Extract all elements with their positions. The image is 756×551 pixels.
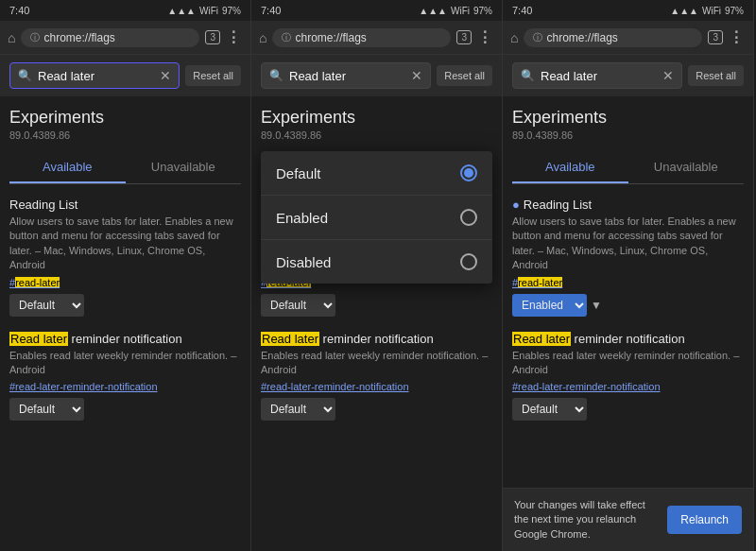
dropdown-enabled-2[interactable]: Enabled (261, 196, 492, 240)
dropdown-default-2[interactable]: Default (261, 151, 492, 196)
exp-title-reminder-1: Read later reminder notification (9, 332, 241, 346)
search-clear-3[interactable]: ✕ (662, 68, 674, 83)
exp-link-reading-list-3[interactable]: #read-later (512, 277, 744, 288)
version-1: 89.0.4389.86 (9, 129, 241, 141)
exp-select-reminder-3[interactable]: Default Enabled Disabled (512, 398, 587, 421)
exp-title-reminder-3: Read later reminder notification (512, 332, 744, 346)
tabs-3: Available Unavailable (512, 152, 744, 184)
exp-link-reminder-1[interactable]: #read-later-reminder-notification (9, 381, 241, 392)
exp-desc-reminder-1: Enables read later weekly reminder notif… (9, 349, 241, 378)
url-text-2: chrome://flags (295, 31, 366, 44)
radio-disabled-2 (460, 253, 477, 270)
reset-all-btn-3[interactable]: Reset all (688, 65, 744, 86)
search-input-wrap-2: 🔍 Read later ✕ (261, 62, 431, 89)
exp-title-reading-list-1: Reading List (9, 198, 241, 212)
search-value-3: Read later (541, 69, 657, 83)
wifi-icon-1: WiFi (199, 6, 218, 16)
exp-select-reading-list-3[interactable]: Default Enabled Disabled (512, 294, 587, 317)
reset-all-btn-2[interactable]: Reset all (437, 65, 492, 86)
search-input-wrap-3: 🔍 Read later ✕ (512, 62, 682, 89)
search-bar-2: 🔍 Read later ✕ Reset all (251, 55, 502, 96)
search-icon-2: 🔍 (269, 69, 284, 82)
tab-unavailable-1[interactable]: Unavailable (126, 152, 242, 183)
panel-3: 7:40 ▲▲▲ WiFi 97% ⌂ ⓘ chrome://flags 3 ⋮… (503, 0, 754, 551)
exp-reminder-3: Read later reminder notification Enables… (512, 332, 744, 422)
reset-all-btn-1[interactable]: Reset all (185, 65, 241, 86)
exp-reading-list-3: ●Reading List Allow users to save tabs f… (512, 198, 744, 317)
exp-select-reminder-1[interactable]: Default Enabled Disabled (9, 398, 84, 421)
url-bar-1[interactable]: ⓘ chrome://flags (21, 28, 199, 47)
tab-available-1[interactable]: Available (9, 152, 126, 183)
exp-select-wrap-reminder-2: Default Enabled Disabled (261, 398, 335, 421)
exp-reminder-1: Read later reminder notification Enables… (9, 332, 241, 422)
radio-enabled-2 (460, 209, 477, 226)
tab-count-3[interactable]: 3 (708, 30, 723, 44)
tab-unavailable-3[interactable]: Unavailable (628, 152, 745, 183)
content-3: Experiments 89.0.4389.86 Available Unava… (503, 96, 753, 488)
lock-icon-1: ⓘ (30, 31, 40, 44)
dropdown-disabled-label-2: Disabled (276, 254, 331, 270)
search-value-1: Read later (38, 69, 154, 83)
signal-icon-3: ▲▲▲ (670, 6, 698, 16)
exp-link-reading-list-1[interactable]: #read-later (9, 277, 241, 288)
exp-select-wrap-reminder-1: Default Enabled Disabled (9, 398, 84, 421)
tab-count-2[interactable]: 3 (456, 30, 472, 44)
address-bar-2: ⌂ ⓘ chrome://flags 3 ⋮ (251, 21, 502, 55)
dropdown-disabled-2[interactable]: Disabled (261, 240, 492, 284)
panel-2: 7:40 ▲▲▲ WiFi 97% ⌂ ⓘ chrome://flags 3 ⋮… (251, 0, 503, 551)
search-clear-2[interactable]: ✕ (411, 68, 422, 83)
url-bar-3[interactable]: ⓘ chrome://flags (524, 28, 702, 47)
radio-default-2 (460, 164, 477, 181)
tab-available-3[interactable]: Available (512, 152, 628, 183)
address-bar-1: ⌂ ⓘ chrome://flags 3 ⋮ (0, 21, 250, 55)
signal-icon-1: ▲▲▲ (167, 6, 196, 16)
exp-select-reminder-2[interactable]: Default Enabled Disabled (261, 398, 335, 421)
exp-select-reading-list-2[interactable]: Default Enabled Disabled (261, 294, 335, 317)
menu-icon-2[interactable]: ⋮ (477, 28, 494, 46)
exp-select-reading-list-1[interactable]: Default Enabled Disabled (9, 294, 84, 317)
signal-icon-2: ▲▲▲ (419, 6, 447, 16)
status-bar-2: 7:40 ▲▲▲ WiFi 97% (251, 0, 502, 21)
relaunch-button-3[interactable]: Relaunch (667, 506, 742, 534)
menu-icon-3[interactable]: ⋮ (729, 28, 746, 46)
exp-desc-reminder-2: Enables read later weekly reminder notif… (261, 349, 492, 378)
experiments-title-3: Experiments (512, 108, 744, 128)
url-bar-2[interactable]: ⓘ chrome://flags (272, 28, 451, 47)
status-bar-3: 7:40 ▲▲▲ WiFi 97% (503, 0, 753, 21)
version-2: 89.0.4389.86 (261, 129, 492, 141)
home-icon-1[interactable]: ⌂ (8, 30, 15, 45)
tabs-1: Available Unavailable (9, 152, 241, 184)
dropdown-default-label-2: Default (276, 165, 321, 181)
status-time-3: 7:40 (512, 5, 532, 16)
search-clear-1[interactable]: ✕ (160, 68, 171, 83)
exp-select-wrap-3: Default Enabled Disabled ▼ (512, 294, 602, 317)
exp-select-wrap-1: Default Enabled Disabled (9, 294, 84, 317)
dropdown-overlay-2: Default Enabled Disabled (261, 151, 492, 284)
home-icon-2[interactable]: ⌂ (259, 30, 266, 45)
battery-2: 97% (473, 6, 492, 16)
exp-select-wrap-reminder-3: Default Enabled Disabled (512, 398, 587, 421)
content-1: Experiments 89.0.4389.86 Available Unava… (0, 96, 250, 551)
exp-link-reminder-2[interactable]: #read-later-reminder-notification (261, 381, 492, 392)
battery-3: 97% (725, 6, 744, 16)
relaunch-text-3: Your changes will take effect the next t… (514, 498, 658, 542)
select-arrow-3: ▼ (591, 299, 602, 312)
search-bar-3: 🔍 Read later ✕ Reset all (503, 55, 753, 96)
exp-desc-reminder-3: Enables read later weekly reminder notif… (512, 349, 744, 378)
exp-desc-reading-list-3: Allow users to save tabs for later. Enab… (512, 215, 744, 273)
experiments-title-2: Experiments (261, 108, 492, 128)
search-icon-1: 🔍 (18, 69, 32, 82)
url-text-1: chrome://flags (43, 31, 114, 44)
wifi-icon-3: WiFi (702, 6, 721, 16)
experiments-title-1: Experiments (9, 108, 241, 128)
menu-icon-1[interactable]: ⋮ (226, 28, 243, 46)
status-time-2: 7:40 (261, 5, 281, 16)
exp-reminder-2: Read later reminder notification Enables… (261, 332, 492, 422)
dropdown-enabled-label-2: Enabled (276, 210, 328, 226)
search-bar-1: 🔍 Read later ✕ Reset all (0, 55, 250, 96)
home-icon-3[interactable]: ⌂ (510, 30, 518, 45)
exp-link-reminder-3[interactable]: #read-later-reminder-notification (512, 381, 744, 392)
tab-count-1[interactable]: 3 (205, 30, 220, 44)
enabled-dot-3: ● (512, 198, 520, 212)
url-text-3: chrome://flags (546, 31, 617, 44)
